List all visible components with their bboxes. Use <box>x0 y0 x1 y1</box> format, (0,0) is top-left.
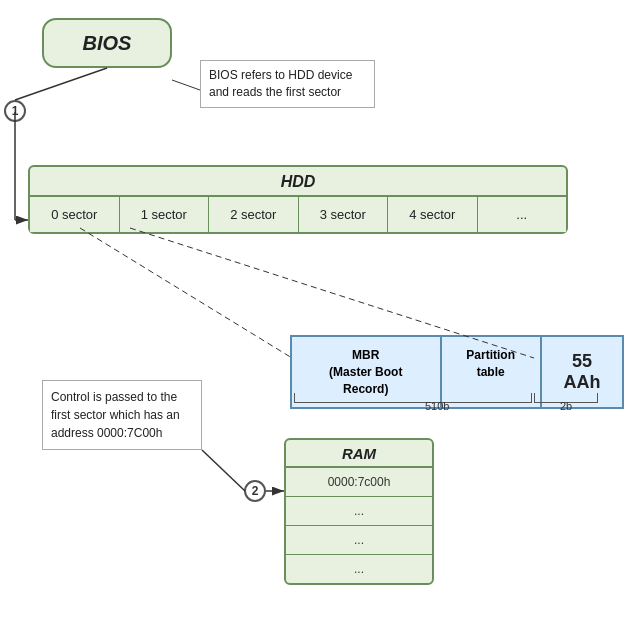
ram-row-3: ... <box>286 555 432 583</box>
hdd-sector-3: 3 sector <box>299 197 389 232</box>
hdd-sector-0: 0 sector <box>30 197 120 232</box>
ram-row-1: ... <box>286 497 432 526</box>
hdd-container: HDD 0 sector 1 sector 2 sector 3 sector … <box>28 165 568 234</box>
hdd-sector-2: 2 sector <box>209 197 299 232</box>
control-callout-text: Control is passed to the first sector wh… <box>51 390 180 440</box>
hdd-sector-dots: ... <box>478 197 567 232</box>
callout-bios-text: BIOS refers to HDD device and reads the … <box>209 68 352 99</box>
brace-510 <box>294 393 532 403</box>
svg-line-2 <box>172 80 200 90</box>
hdd-sector-4: 4 sector <box>388 197 478 232</box>
diagram: BIOS BIOS refers to HDD device and reads… <box>0 0 624 620</box>
svg-line-9 <box>15 68 107 100</box>
size-2-label: 2b <box>560 400 572 412</box>
hdd-sector-1: 1 sector <box>120 197 210 232</box>
hdd-sectors: 0 sector 1 sector 2 sector 3 sector 4 se… <box>30 197 566 232</box>
circle-2: 2 <box>244 480 266 502</box>
circle-1: 1 <box>4 100 26 122</box>
ram-row-2: ... <box>286 526 432 555</box>
size-510-label: 510b <box>425 400 449 412</box>
mbr-title: MBR(Master Boot Record) <box>329 348 402 396</box>
signature-label: 55 AAh <box>552 351 612 393</box>
svg-line-5 <box>80 228 292 358</box>
hdd-title: HDD <box>30 167 566 197</box>
svg-line-8 <box>202 450 245 491</box>
ram-container: RAM 0000:7c00h ... ... ... <box>284 438 434 585</box>
ram-title: RAM <box>286 440 432 468</box>
bios-label: BIOS <box>83 32 132 55</box>
callout-bios: BIOS refers to HDD device and reads the … <box>200 60 375 108</box>
partition-title: Partition table <box>466 348 515 379</box>
control-callout: Control is passed to the first sector wh… <box>42 380 202 450</box>
ram-row-0: 0000:7c00h <box>286 468 432 497</box>
bios-box: BIOS <box>42 18 172 68</box>
